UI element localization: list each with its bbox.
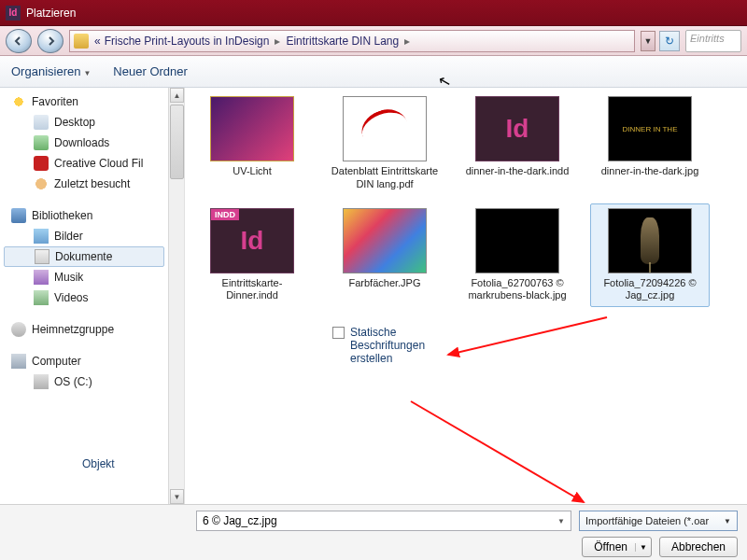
- sidebar-computer[interactable]: Computer: [0, 351, 168, 371]
- sidebar-homegroup[interactable]: Heimnetzgruppe: [0, 319, 168, 340]
- sidebar-item-documents[interactable]: Dokumente: [4, 246, 164, 267]
- indd-badge: INDD: [211, 209, 239, 220]
- search-input[interactable]: Eintritts: [685, 30, 741, 52]
- sidebar-item-music[interactable]: Musik: [0, 267, 168, 287]
- file-label: dinner-in-the-dark.jpg: [601, 165, 699, 178]
- bottom-bar: 6 © Jag_cz.jpg ▼ Importfähige Dateien (*…: [0, 504, 747, 560]
- jpg-thumb: [608, 208, 692, 273]
- breadcrumb-part-0[interactable]: Frische Print-Layouts in InDesign: [105, 35, 270, 48]
- music-icon: [34, 270, 49, 285]
- file-item[interactable]: UV-Licht: [192, 91, 312, 196]
- library-icon: [11, 208, 26, 223]
- file-label: Fotolia_62700763 © markrubens-black.jpg: [462, 277, 572, 303]
- breadcrumb-prefix: «: [94, 35, 101, 48]
- folder-thumb: [210, 96, 294, 161]
- refresh-button[interactable]: ↻: [659, 31, 680, 51]
- file-item-selected[interactable]: Fotolia_72094226 © Jag_cz.jpg: [590, 203, 710, 308]
- sidebar-scrollbar[interactable]: ▲ ▼: [168, 88, 184, 504]
- forward-button[interactable]: [37, 29, 63, 53]
- file-item[interactable]: DINNER IN THE dinner-in-the-dark.jpg: [590, 91, 710, 196]
- sidebar-item-creativecloud[interactable]: Creative Cloud Fil: [0, 153, 168, 174]
- breadcrumb-part-1[interactable]: Eintrittskarte DIN Lang: [286, 35, 399, 48]
- folder-icon: [74, 34, 89, 49]
- sidebar-item-osdrive[interactable]: OS (C:): [0, 371, 168, 392]
- window-title: Platzieren: [26, 7, 76, 20]
- new-folder-button[interactable]: Neuer Ordner: [113, 64, 187, 78]
- scroll-down-button[interactable]: ▼: [170, 489, 184, 504]
- sidebar: Favoriten Desktop Downloads Creative Clo…: [0, 88, 185, 504]
- chevron-down-icon: ▼: [83, 69, 91, 77]
- file-item[interactable]: INDD Id Eintrittskarte-Dinner.indd: [192, 203, 312, 308]
- app-icon: Id: [6, 6, 21, 21]
- open-button[interactable]: Öffnen ▼: [582, 537, 652, 557]
- desktop-icon: [34, 115, 49, 130]
- file-label: Fotolia_72094226 © Jag_cz.jpg: [595, 277, 705, 303]
- file-pane[interactable]: UV-Licht Datenblatt Eintrittskarte DIN l…: [185, 88, 747, 504]
- filename-input[interactable]: 6 © Jag_cz.jpg ▼: [196, 511, 571, 531]
- indd-icon: Id: [506, 114, 529, 144]
- objekt-label: Objekt: [82, 457, 115, 470]
- indd-icon: Id: [241, 226, 264, 256]
- jpg-thumb: [343, 208, 427, 273]
- file-item[interactable]: Datenblatt Eintrittskarte DIN lang.pdf: [325, 91, 444, 196]
- file-label: Eintrittskarte-Dinner.indd: [197, 277, 307, 303]
- chevron-down-icon[interactable]: ▼: [635, 543, 647, 552]
- clock-icon: [34, 176, 49, 191]
- pdf-thumb: [343, 96, 427, 161]
- file-grid: UV-Licht Datenblatt Eintrittskarte DIN l…: [192, 91, 740, 307]
- file-label: Datenblatt Eintrittskarte DIN lang.pdf: [330, 165, 440, 191]
- file-item[interactable]: Fotolia_62700763 © markrubens-black.jpg: [458, 203, 577, 308]
- download-icon: [34, 135, 49, 150]
- sidebar-item-videos[interactable]: Videos: [0, 287, 168, 308]
- creative-cloud-icon: [34, 156, 49, 171]
- indd-thumb: INDD Id: [210, 208, 294, 273]
- chevron-right-icon: ▸: [275, 35, 280, 48]
- sidebar-item-pictures[interactable]: Bilder: [0, 226, 168, 246]
- sidebar-item-downloads[interactable]: Downloads: [0, 133, 168, 153]
- videos-icon: [34, 290, 49, 305]
- arrow-left-icon: [13, 35, 24, 47]
- scroll-thumb[interactable]: [170, 105, 184, 179]
- filetype-filter[interactable]: Importfähige Dateien (*.oar ▼: [579, 511, 738, 531]
- static-captions-checkbox[interactable]: [332, 327, 345, 339]
- arrow-right-icon: [45, 35, 56, 47]
- titlebar: Id Platzieren: [0, 0, 747, 26]
- documents-icon: [35, 249, 49, 264]
- disk-icon: [34, 374, 49, 389]
- pdf-icon: [357, 104, 414, 155]
- options-row: Statische Beschriftungen erstellen: [192, 318, 740, 369]
- pictures-icon: [34, 229, 49, 244]
- chevron-down-icon: ▼: [724, 517, 731, 525]
- jpg-thumb: DINNER IN THE: [608, 96, 692, 161]
- history-dropdown[interactable]: ▼: [641, 31, 655, 51]
- computer-icon: [11, 354, 26, 369]
- sidebar-item-desktop[interactable]: Desktop: [0, 112, 168, 133]
- scroll-up-button[interactable]: ▲: [170, 88, 184, 103]
- indd-thumb: Id: [475, 96, 559, 161]
- chevron-right-icon: ▸: [404, 35, 410, 48]
- sidebar-libraries[interactable]: Bibliotheken: [0, 205, 168, 226]
- file-label: UV-Licht: [233, 165, 272, 178]
- homegroup-icon: [11, 322, 26, 337]
- file-item[interactable]: Farbfächer.JPG: [325, 203, 444, 308]
- nav-row: « Frische Print-Layouts in InDesign ▸ Ei…: [0, 26, 747, 56]
- sidebar-item-recent[interactable]: Zuletzt besucht: [0, 174, 168, 194]
- jpg-thumb: [475, 208, 559, 273]
- organize-menu[interactable]: Organisieren▼: [11, 64, 91, 78]
- star-icon: [11, 94, 26, 109]
- file-label: dinner-in-the-dark.indd: [466, 165, 570, 178]
- back-button[interactable]: [6, 29, 32, 53]
- file-label: Farbfächer.JPG: [348, 277, 420, 290]
- toolbar: Organisieren▼ Neuer Ordner: [0, 56, 747, 88]
- cancel-button[interactable]: Abbrechen: [659, 537, 738, 557]
- file-item[interactable]: Id dinner-in-the-dark.indd: [458, 91, 577, 196]
- sidebar-favorites[interactable]: Favoriten: [0, 91, 168, 112]
- static-captions-label: Statische Beschriftungen erstellen: [350, 326, 453, 365]
- main-area: Favoriten Desktop Downloads Creative Clo…: [0, 88, 747, 504]
- chevron-down-icon[interactable]: ▼: [557, 517, 565, 525]
- breadcrumb[interactable]: « Frische Print-Layouts in InDesign ▸ Ei…: [69, 30, 635, 52]
